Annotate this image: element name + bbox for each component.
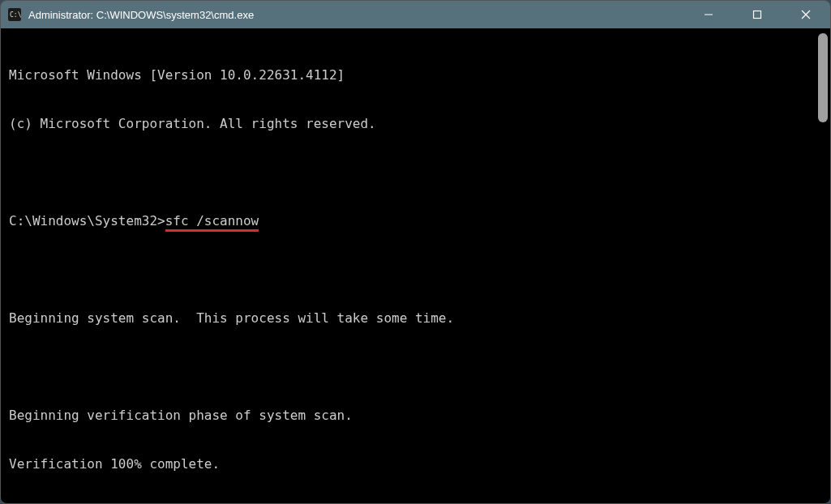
close-button[interactable] xyxy=(782,1,830,28)
window-title: Administrator: C:\WINDOWS\system32\cmd.e… xyxy=(28,9,254,21)
prompt-line: C:\Windows\System32>sfc /scannow xyxy=(9,213,822,229)
svg-text:C:\: C:\ xyxy=(10,11,21,19)
terminal-area[interactable]: Microsoft Windows [Version 10.0.22631.41… xyxy=(1,28,830,504)
scrollbar-thumb[interactable] xyxy=(818,33,828,122)
titlebar[interactable]: C:\ Administrator: C:\WINDOWS\system32\c… xyxy=(1,1,830,28)
cmd-icon: C:\ xyxy=(7,7,22,22)
minimize-button[interactable] xyxy=(684,1,733,28)
output-line: Beginning system scan. This process will… xyxy=(9,310,822,327)
output-line: Microsoft Windows [Version 10.0.22631.41… xyxy=(9,67,822,83)
output-line: Verification 100% complete. xyxy=(9,456,822,472)
prompt-prefix: C:\Windows\System32> xyxy=(9,213,165,229)
maximize-button[interactable] xyxy=(733,1,782,28)
output-line: Beginning verification phase of system s… xyxy=(9,408,822,424)
svg-rect-3 xyxy=(754,11,761,19)
entered-command: sfc /scannow xyxy=(165,213,259,232)
output-line: (c) Microsoft Corporation. All rights re… xyxy=(9,116,822,132)
